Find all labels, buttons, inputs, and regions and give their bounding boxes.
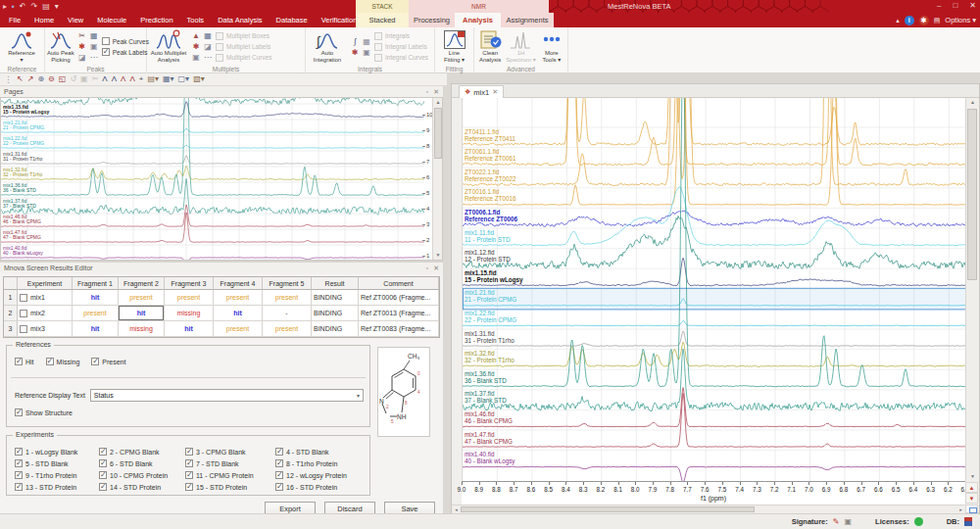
fit-vertically-icon[interactable]: Λ <box>112 73 117 85</box>
menu-file[interactable]: File <box>2 13 27 27</box>
peaks-more-icon[interactable]: ⋯ <box>88 52 100 63</box>
info-icon[interactable]: i <box>905 16 914 25</box>
experiment-checkbox-2[interactable]: 2 - CPMG Blank <box>99 448 185 456</box>
experiment-checkbox-3[interactable]: 3 - CPMG Blank <box>185 448 275 456</box>
fragment-cell[interactable]: hit <box>73 321 119 337</box>
vertical-scrollbar[interactable]: ▲ ▼ <box>965 98 978 481</box>
pages-scrollbar[interactable]: ▲ ▼ <box>432 98 442 260</box>
zoom-in-icon[interactable]: ⊕ <box>37 73 44 85</box>
restore-button[interactable]: □ <box>953 0 957 12</box>
multiplet-edit-icon[interactable]: ▣ <box>190 52 202 63</box>
experiment-checkbox[interactable] <box>20 310 27 317</box>
reference-button[interactable]: Reference▾ <box>2 28 41 65</box>
fragment-cell[interactable]: present <box>73 306 119 321</box>
float-panel-icon[interactable]: ▫ <box>426 88 428 95</box>
menu-view[interactable]: View <box>61 13 90 27</box>
decrease-intensity-icon[interactable]: Λ <box>129 73 134 85</box>
undo-icon[interactable]: ↶ <box>20 1 26 12</box>
trace-label-mix1-31-fid[interactable]: mix1.31.fid31 - Protein T1rho <box>465 330 514 344</box>
fragment-cell[interactable]: hit <box>119 306 165 321</box>
clipboard-icon[interactable]: ▤ <box>934 14 941 26</box>
experiment-checkbox-16[interactable]: 16 - STD Protein <box>275 483 366 491</box>
experiment-checkbox-8[interactable]: 8 - T1rho Protein <box>275 459 366 467</box>
scroll-left-icon[interactable]: ◂ <box>452 505 461 513</box>
decrease-intensity-icon[interactable]: ▼ <box>965 493 978 504</box>
collapse-ribbon-icon[interactable]: ▴ <box>896 14 900 26</box>
scroll-up-icon[interactable]: ▲ <box>966 98 979 107</box>
fragment-cell[interactable]: hit <box>73 290 119 306</box>
experiment-checkbox-13[interactable]: 13 - STD Protein <box>15 483 99 491</box>
save-icon[interactable]: ▪ <box>12 1 15 12</box>
experiment-checkbox-7[interactable]: 7 - STD Blank <box>185 459 275 467</box>
trace-label-ZT0411-1-fid[interactable]: ZT0411.1.fidReference ZT0411 <box>465 128 515 142</box>
zoom-out-icon[interactable]: ⊖ <box>48 73 55 85</box>
fragment-cell[interactable]: - <box>263 306 312 321</box>
fragment-cell[interactable]: present <box>165 290 214 306</box>
reference-display-text-select[interactable]: Status ▾ <box>90 389 364 402</box>
delete-peaks-icon[interactable]: ✱ <box>76 41 88 52</box>
trace-label-mix1-40-fid[interactable]: mix1.40.fid40 - Blank wLogsy <box>465 451 514 464</box>
fragment-cell[interactable]: present <box>263 290 312 306</box>
multiplet-report-icon[interactable]: ⋯ <box>202 52 214 63</box>
tab-analysis[interactable]: Analysis <box>455 13 501 27</box>
page-setup-icon[interactable]: ▧▾ <box>193 73 205 85</box>
close-panel-icon[interactable]: ✕ <box>433 264 439 272</box>
experiment-checkbox-12[interactable]: 12 - wLogsy Protein <box>275 471 366 479</box>
scroll-up-icon[interactable]: ▲ <box>433 98 443 107</box>
trace-label-mix1-11-fid[interactable]: mix1.11.fid11 - Protein STD <box>465 229 510 243</box>
hit-filter-checkbox[interactable]: Hit <box>15 358 34 365</box>
trace-label-ZT0022-1-fid[interactable]: ZT0022.1.fidReference ZT0022 <box>465 168 516 182</box>
fragment-cell[interactable]: present <box>214 290 263 306</box>
peak-labels-checkbox[interactable]: Peak Labels <box>102 48 149 56</box>
more-tools-button[interactable]: MoreTools ▾ <box>538 28 565 65</box>
missing-filter-checkbox[interactable]: Missing <box>46 358 80 365</box>
tab-processing[interactable]: Processing <box>409 13 455 27</box>
menu-database[interactable]: Database <box>270 13 315 27</box>
redo-icon[interactable]: ↷ <box>31 1 38 12</box>
integral-manual-icon[interactable]: ∫ <box>349 36 361 47</box>
experiment-cell[interactable]: mix2 <box>18 306 73 321</box>
trace-label-mix1-22-fid[interactable]: mix1.22.fid22 - Protein CPMG <box>465 310 516 323</box>
scrollbar-thumb[interactable] <box>434 108 442 159</box>
show-structure-checkbox[interactable]: Show Structure <box>15 409 73 416</box>
menu-tools[interactable]: Tools <box>180 13 212 27</box>
fragment-cell[interactable]: present <box>214 321 263 337</box>
trace-label-ZT0006-1-fid[interactable]: ZT0006.1.fidReference ZT0006 <box>465 209 517 222</box>
trace-label-mix1-46-fid[interactable]: mix1.46.fid46 - Blank CPMG <box>465 410 513 424</box>
experiment-checkbox-4[interactable]: 4 - STD Blank <box>275 448 366 456</box>
increase-intensity-icon[interactable]: Λ <box>121 73 125 85</box>
auto-integration-button[interactable]: ∫AutoIntegration <box>308 28 347 65</box>
present-filter-checkbox[interactable]: Present <box>91 358 125 365</box>
spectrum-1h-button[interactable]: 1HSpectrum ▾ <box>506 28 535 65</box>
pick-peaks-manually-icon[interactable]: ✂ <box>76 30 88 41</box>
auto-multiplet-analysis-button[interactable]: Auto MultipletAnalysis <box>149 28 188 65</box>
scrollbar-thumb[interactable] <box>461 506 755 512</box>
fragment-cell[interactable]: hit <box>165 321 214 337</box>
fragment-cell[interactable]: present <box>263 321 312 337</box>
fragment-cell[interactable]: hit <box>214 306 263 321</box>
integral-options-icon[interactable]: ▣ <box>361 47 372 58</box>
quick-access-dropdown-icon[interactable]: ▾ <box>55 1 59 12</box>
minimize-button[interactable]: – <box>937 0 941 12</box>
stacked-mode-icon[interactable]: ▤▾ <box>147 73 159 85</box>
trace-label-mix1-12-fid[interactable]: mix1.12.fid12 - Protein STD <box>465 249 511 263</box>
tab-assignments[interactable]: Assignments <box>501 13 554 27</box>
multiplet-merge-icon[interactable]: ◪ <box>202 41 214 52</box>
license-status-icon[interactable] <box>914 517 923 526</box>
multiplet-delete-icon[interactable]: ✱ <box>190 41 202 52</box>
experiment-cell[interactable]: mix1 <box>18 290 73 306</box>
settings-icon[interactable]: ✱ <box>919 16 929 25</box>
fit-page-icon[interactable] <box>965 505 978 513</box>
tile-mode-icon[interactable]: ▦▾ <box>163 73 174 85</box>
scrollbar-thumb[interactable] <box>967 109 977 280</box>
options-button[interactable]: Options ▾ <box>945 16 976 24</box>
experiment-checkbox-6[interactable]: 6 - STD Blank <box>99 459 185 467</box>
document-tab-mix1[interactable]: ❖ mix1 ✕ <box>459 85 504 98</box>
float-panel-icon[interactable]: ▫ <box>426 264 428 271</box>
experiment-checkbox-15[interactable]: 15 - STD Protein <box>185 483 275 491</box>
scroll-right-icon[interactable]: ▸ <box>956 505 965 513</box>
spectrum-canvas[interactable] <box>462 98 965 481</box>
line-fitting-button[interactable]: LineFitting ▾ <box>437 28 471 65</box>
increase-intensity-icon[interactable]: ▲ <box>965 482 978 493</box>
trace-label-mix1-47-fid[interactable]: mix1.47.fid47 - Blank CPMG <box>465 431 513 445</box>
